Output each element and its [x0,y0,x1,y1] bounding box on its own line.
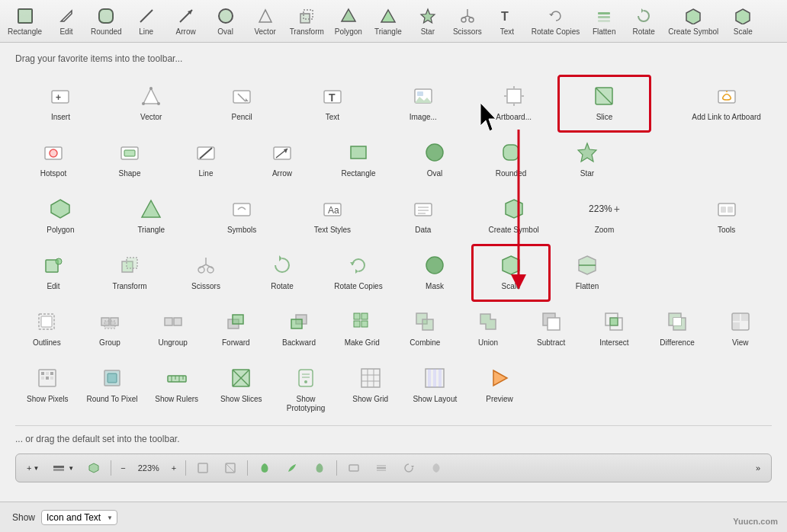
grid-subtract[interactable]: Subtract [519,302,583,357]
grid-showslices[interactable]: Show Slices [209,358,274,418]
grid-ungroup[interactable]: Ungroup [141,302,204,357]
bt-symbols[interactable] [82,457,106,479]
toolbar-triangle[interactable]: Triangle [368,2,408,40]
grid-triangle2[interactable]: Triangle [106,189,197,244]
grid-preview[interactable]: Preview [467,358,532,418]
bt-zoom-minus[interactable]: − [116,457,130,479]
grid-addlink[interactable]: Add Link to Artboard [681,76,772,131]
show-select-wrapper[interactable]: Icon and Text Icon Only Text Only [41,510,117,525]
grid-rectangle2[interactable]: Rectangle [320,133,397,187]
toolbar-arrow[interactable]: Arrow [166,2,206,40]
grid-roundtopixel[interactable]: Round To Pixel [80,358,145,418]
bt-icon4[interactable] [369,457,394,479]
grid-vector[interactable]: Vector [106,76,197,131]
grid-scale2[interactable]: Scale [473,245,549,300]
grid-image[interactable]: Image... [377,76,468,131]
grid-symbols[interactable]: Symbols [197,189,287,244]
grid-view[interactable]: View [708,302,772,357]
grid-tools[interactable]: Tools [681,189,772,244]
grid-makegrid[interactable]: Make Grid [330,302,394,357]
grid-edit2[interactable]: Edit [15,245,92,300]
grid-artboard[interactable]: Artboard... [468,76,559,131]
toolbar-scale[interactable]: Scale [723,2,763,40]
bt-leaf2[interactable] [280,457,304,479]
scale2-icon [497,252,525,279]
bt-leaf1[interactable] [252,457,277,479]
bt-more[interactable]: » [751,457,765,479]
svg-rect-89 [41,316,52,327]
svg-text:T: T [329,91,336,104]
grid-outlines[interactable]: Outlines [15,302,79,357]
toolbar-rounded[interactable]: Rounded [86,2,127,40]
grid-union[interactable]: Union [457,302,520,357]
toolbar-flatten[interactable]: Flatten [584,2,624,40]
flatten2-icon [573,252,601,279]
grid-textstyles[interactable]: Aa Text Styles [287,189,378,244]
toolbar-transform[interactable]: Transform [285,2,329,40]
toolbar-text[interactable]: T Text [487,2,527,40]
bt-icon6[interactable] [424,457,448,479]
grid-polygon2[interactable]: Polygon [15,189,106,244]
grid-showrulers[interactable]: Show Rulers [144,358,209,418]
grid-hotspot[interactable]: Hotspot [15,133,92,187]
grid-forward[interactable]: Forward [204,302,268,357]
grid-star2[interactable]: Star [549,133,625,187]
toolbar-star[interactable]: Star [408,2,448,40]
toolbar-vector[interactable]: Vector [246,2,285,40]
svg-rect-121 [41,377,44,380]
toolbar-rotate[interactable]: Rotate [624,2,663,40]
grid-insert[interactable]: + Insert [15,76,106,131]
grid-showgrid[interactable]: Show Grid [338,358,403,418]
grid-flatten2[interactable]: Flatten [549,245,625,300]
grid-rounded2[interactable]: Rounded [473,133,549,187]
bt-add[interactable]: + ▼ [22,457,43,479]
svg-rect-148 [53,466,64,468]
grid-showpixels[interactable]: Show Pixels [15,358,80,418]
bt-zoom-plus[interactable]: + [167,457,181,479]
toolbar-edit[interactable]: Edit [47,2,86,40]
arrow2-icon [268,139,296,166]
triangle-icon [378,6,398,26]
bt-zoom-value[interactable]: 223% [133,457,164,479]
grid-difference[interactable]: Difference [646,302,709,357]
grid-group[interactable]: Group [79,302,142,357]
grid-zoom[interactable]: 223% + Zoom [559,189,650,244]
toolbar-rounded-label: Rounded [91,27,122,36]
toolbar-rectangle[interactable]: Rectangle [3,2,47,40]
showpixels-icon [34,364,61,392]
grid-showproto[interactable]: Show Prototyping [274,358,339,418]
showrulers-label: Show Rulers [155,395,198,404]
grid-rotate2[interactable]: Rotate [244,245,320,300]
toolbar-oval[interactable]: Oval [206,2,246,40]
grid-mask[interactable]: Mask [397,245,473,300]
svg-line-81 [206,264,213,268]
grid-transform2[interactable]: Transform [92,245,168,300]
grid-pencil[interactable]: Pencil [197,76,287,131]
toolbar-create-symbol[interactable]: Create Symbol [663,2,723,40]
grid-oval2[interactable]: Oval [397,133,473,187]
grid-showlayout[interactable]: Show Layout [403,358,467,418]
show-select[interactable]: Icon and Text Icon Only Text Only [41,510,117,525]
grid-text[interactable]: T Text [287,76,378,131]
grid-backward[interactable]: Backward [268,302,331,357]
toolbar-scissors[interactable]: Scissors [448,2,487,40]
grid-intersect[interactable]: Intersect [583,302,646,357]
grid-combine[interactable]: Combine [394,302,457,357]
bt-icon1[interactable] [191,457,215,479]
bt-icon5[interactable] [397,457,421,479]
grid-arrow2[interactable]: Arrow [244,133,320,187]
bt-icon2[interactable] [218,457,243,479]
bt-icon3[interactable] [342,457,366,479]
grid-line2[interactable]: Line [168,133,244,187]
toolbar-rotate-copies[interactable]: Rotate Copies [527,2,584,40]
toolbar-polygon[interactable]: Polygon [329,2,368,40]
grid-shape[interactable]: Shape [92,133,168,187]
grid-scissors2[interactable]: Scissors [168,245,244,300]
grid-slice[interactable]: Slice [559,76,650,131]
toolbar-line[interactable]: Line [127,2,166,40]
bt-layers[interactable]: ▼ [47,457,79,479]
grid-rotatecopies2[interactable]: Rotate Copies [320,245,397,300]
grid-data[interactable]: Data [377,189,468,244]
grid-createsymbol2[interactable]: Create Symbol [468,189,559,244]
bt-leaf3[interactable] [307,457,332,479]
